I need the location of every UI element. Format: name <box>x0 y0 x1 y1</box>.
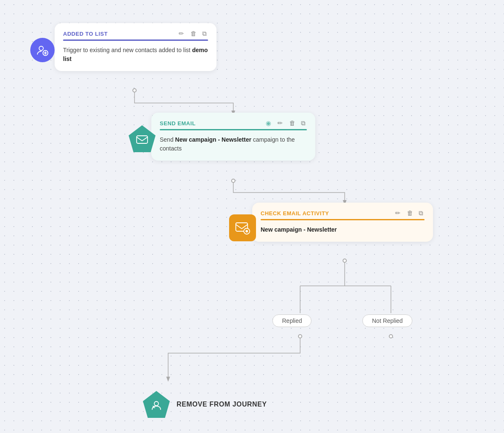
check-email-campaign-name: New campaign - Newsletter <box>261 226 337 233</box>
svg-point-0 <box>39 46 43 50</box>
edit-icon-3[interactable]: ✏ <box>395 209 403 217</box>
copy-icon-3[interactable]: ⧉ <box>419 209 426 217</box>
send-email-campaign-name: New campaign - Newsletter <box>175 136 251 143</box>
check-email-actions: ✏ 🗑 ⧉ <box>395 209 426 217</box>
copy-icon[interactable]: ⧉ <box>202 30 210 37</box>
copy-icon-2[interactable]: ⧉ <box>301 119 309 127</box>
connector-dot-4 <box>298 334 302 338</box>
svg-point-6 <box>154 401 158 406</box>
connector-dot-5 <box>389 334 393 338</box>
send-email-divider <box>160 129 307 130</box>
trash-icon[interactable]: 🗑 <box>190 30 198 37</box>
connector-dot-1 <box>132 88 137 92</box>
trash-icon-2[interactable]: 🗑 <box>289 119 297 127</box>
send-email-body: Send New campaign - Newsletter campaign … <box>160 135 307 153</box>
added-to-list-list-name: demo list <box>63 47 208 62</box>
eye-icon[interactable]: ◉ <box>266 119 273 127</box>
check-email-activity-card: CHECK EMAIL ACTIVITY New campaign - News… <box>252 203 433 242</box>
svg-point-5 <box>245 230 248 232</box>
edit-icon-2[interactable]: ✏ <box>277 119 285 127</box>
added-to-list-badge <box>30 38 55 62</box>
trash-icon-3[interactable]: 🗑 <box>407 209 414 217</box>
send-email-card: SEND EMAIL Send New campaign - Newslette… <box>151 113 315 161</box>
remove-from-journey-badge <box>143 391 170 418</box>
remove-from-journey-node: REMOVE FROM JOURNEY <box>143 391 267 418</box>
connector-dot-3 <box>343 259 347 263</box>
added-to-list-divider <box>63 40 208 41</box>
check-email-body: New campaign - Newsletter <box>261 225 425 234</box>
added-to-list-body: Trigger to existing and new contacts add… <box>63 46 208 63</box>
replied-branch-label[interactable]: Replied <box>272 314 311 327</box>
connector-dot-2 <box>231 179 235 183</box>
edit-icon[interactable]: ✏ <box>179 30 186 37</box>
check-email-badge <box>229 214 256 241</box>
send-email-actions: ◉ ✏ 🗑 ⧉ <box>266 119 309 127</box>
added-to-list-actions: ✏ 🗑 ⧉ <box>179 30 210 37</box>
check-email-divider <box>261 219 425 220</box>
svg-rect-2 <box>137 136 148 143</box>
send-email-badge <box>129 125 156 152</box>
remove-from-journey-label: REMOVE FROM JOURNEY <box>177 401 267 408</box>
added-to-list-card: ADDED TO LIST Trigger to existing and ne… <box>55 23 216 71</box>
not-replied-branch-label[interactable]: Not Replied <box>362 314 412 327</box>
